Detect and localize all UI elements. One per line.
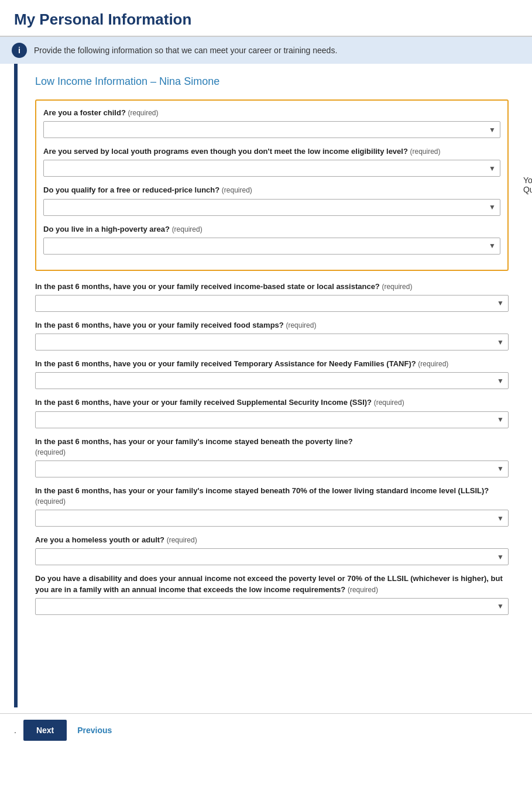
dropdown-wrapper-ssi: Yes No ▼ <box>35 411 509 428</box>
dropdown-wrapper-llsil-70: Yes No ▼ <box>35 510 509 527</box>
question-label-high-poverty-area: Do you live in a high-poverty area? (req… <box>43 224 500 235</box>
info-banner-text: Provide the following information so tha… <box>34 46 337 55</box>
dropdown-disability-income[interactable]: Yes No <box>35 598 509 615</box>
page-title: My Personal Information <box>14 11 518 29</box>
dropdown-wrapper-free-lunch: Yes No ▼ <box>43 199 500 216</box>
question-high-poverty-area: Do you live in a high-poverty area? (req… <box>43 224 500 255</box>
question-label-homeless: Are you a homeless youth or adult? (requ… <box>35 535 509 545</box>
dropdown-wrapper-income-state-local: Yes No ▼ <box>35 295 509 312</box>
question-tanf: In the past 6 months, have you or your f… <box>35 359 509 389</box>
info-banner: i Provide the following information so t… <box>0 37 532 64</box>
form-area: Low Income Information – Nina Simone Are… <box>18 64 532 707</box>
dropdown-wrapper-tanf: Yes No ▼ <box>35 372 509 389</box>
dropdown-foster-child[interactable]: Yes No <box>43 121 500 138</box>
dropdown-llsil-70[interactable]: Yes No <box>35 510 509 527</box>
question-label-disability-income: Do you have a disability and does your a… <box>35 573 509 594</box>
dot-indicator: . <box>14 726 16 735</box>
dropdown-served-youth-programs[interactable]: Yes No <box>43 160 500 177</box>
question-homeless: Are you a homeless youth or adult? (requ… <box>35 535 509 565</box>
question-label-foster-child: Are you a foster child? (required) <box>43 108 500 118</box>
question-served-youth-programs: Are you served by local youth programs e… <box>43 146 500 177</box>
dropdown-wrapper-foster-child: Yes No ▼ <box>43 121 500 138</box>
question-free-lunch: Do you qualify for a free or reduced-pri… <box>43 185 500 215</box>
dropdown-wrapper-disability-income: Yes No ▼ <box>35 598 509 615</box>
dropdown-wrapper-poverty-line: Yes No ▼ <box>35 460 509 477</box>
regular-questions-group: In the past 6 months, have you or your f… <box>35 281 509 615</box>
question-llsil-70: In the past 6 months, has your or your f… <box>35 486 509 527</box>
dropdown-ssi[interactable]: Yes No <box>35 411 509 428</box>
dropdown-high-poverty-area[interactable]: Yes No <box>43 238 500 255</box>
footer: . Next Previous <box>0 713 532 747</box>
dropdown-food-stamps[interactable]: Yes No <box>35 334 509 350</box>
dropdown-homeless[interactable]: Yes No <box>35 548 509 565</box>
question-label-income-state-local: In the past 6 months, have you or your f… <box>35 281 509 292</box>
previous-button[interactable]: Previous <box>69 720 120 741</box>
question-disability-income: Do you have a disability and does your a… <box>35 573 509 614</box>
dropdown-wrapper-high-poverty-area: Yes No ▼ <box>43 238 500 255</box>
question-label-food-stamps: In the past 6 months, have you or your f… <box>35 320 509 331</box>
dropdown-poverty-line[interactable]: Yes No <box>35 460 509 477</box>
main-content: Low Income Information – Nina Simone Are… <box>0 64 532 707</box>
question-income-state-local: In the past 6 months, have you or your f… <box>35 281 509 312</box>
question-label-served-youth-programs: Are you served by local youth programs e… <box>43 146 500 157</box>
question-food-stamps: In the past 6 months, have you or your f… <box>35 320 509 350</box>
page-header: My Personal Information i Provide the fo… <box>0 0 532 64</box>
question-label-llsil-70: In the past 6 months, has your or your f… <box>35 486 509 507</box>
info-icon: i <box>12 43 27 58</box>
question-label-tanf: In the past 6 months, have you or your f… <box>35 359 509 369</box>
dropdown-wrapper-served-youth-programs: Yes No ▼ <box>43 160 500 177</box>
question-foster-child: Are you a foster child? (required) Yes N… <box>43 108 500 138</box>
youth-questions-group: Are you a foster child? (required) Yes N… <box>35 99 509 271</box>
question-label-free-lunch: Do you qualify for a free or reduced-pri… <box>43 185 500 195</box>
dropdown-free-lunch[interactable]: Yes No <box>43 199 500 216</box>
question-poverty-line: In the past 6 months, has your or your f… <box>35 437 509 477</box>
question-label-poverty-line: In the past 6 months, has your or your f… <box>35 437 509 458</box>
dropdown-tanf[interactable]: Yes No <box>35 372 509 389</box>
question-label-ssi: In the past 6 months, have your or your … <box>35 397 509 408</box>
next-button[interactable]: Next <box>23 720 67 741</box>
dropdown-wrapper-homeless: Yes No ▼ <box>35 548 509 565</box>
dropdown-income-state-local[interactable]: Yes No <box>35 295 509 312</box>
dropdown-wrapper-food-stamps: Yes No ▼ <box>35 334 509 350</box>
youth-questions-label: YouthQuestions <box>523 176 532 194</box>
question-ssi: In the past 6 months, have your or your … <box>35 397 509 428</box>
section-title: Low Income Information – Nina Simone <box>35 75 509 88</box>
